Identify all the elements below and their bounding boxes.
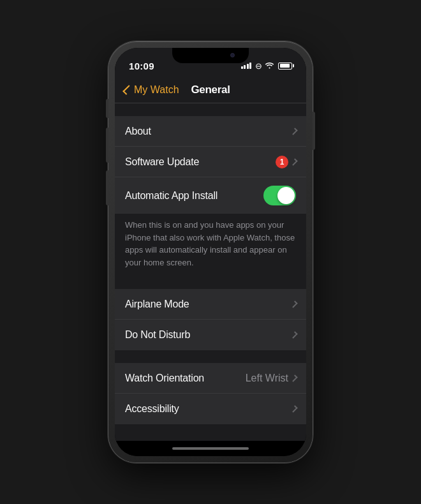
automatic-app-install-footer: When this is on and you have apps on you…: [115, 214, 306, 276]
toggle-knob: [277, 187, 295, 204]
do-not-disturb-label: Do Not Disturb: [125, 329, 292, 341]
automatic-app-install-toggle[interactable]: [263, 186, 296, 205]
software-update-badge: 1: [276, 156, 288, 168]
back-button[interactable]: My Watch: [125, 84, 182, 96]
status-icons: ⊖: [241, 61, 292, 71]
battery-icon: [278, 63, 292, 70]
volume-down-button: [106, 170, 108, 205]
section-gap-bottom: [115, 424, 306, 437]
status-time: 10:09: [129, 61, 154, 71]
about-row[interactable]: About: [115, 116, 306, 147]
accessibility-label: Accessibility: [125, 403, 292, 415]
accessibility-row[interactable]: Accessibility: [115, 394, 306, 424]
section-group-2: Airplane Mode Do Not Disturb: [115, 289, 306, 350]
section-group-3: Watch Orientation Left Wrist Accessibili…: [115, 363, 306, 424]
software-update-row[interactable]: Software Update 1: [115, 147, 306, 177]
airplane-mode-row[interactable]: Airplane Mode: [115, 289, 306, 320]
do-not-disturb-row[interactable]: Do Not Disturb: [115, 320, 306, 350]
scroll-content[interactable]: About Software Update 1 Automatic App In…: [115, 103, 306, 441]
signal-icon: [241, 63, 252, 69]
watch-orientation-row[interactable]: Watch Orientation Left Wrist: [115, 363, 306, 394]
navigation-bar: My Watch General: [115, 76, 306, 103]
page-title: General: [182, 84, 239, 96]
section-group-1: About Software Update 1 Automatic App In…: [115, 116, 306, 214]
camera-dot: [230, 53, 235, 57]
chevron-left-icon: [122, 85, 133, 95]
home-bar: [172, 447, 249, 450]
software-update-label: Software Update: [125, 156, 276, 168]
watch-orientation-chevron-icon: [290, 374, 297, 382]
phone-frame: 10:09 ⊖: [108, 41, 313, 463]
volume-up-button: [106, 128, 108, 163]
home-indicator: [115, 441, 306, 456]
watch-orientation-label: Watch Orientation: [125, 373, 246, 384]
section-gap-1: [115, 103, 306, 116]
automatic-app-install-row[interactable]: Automatic App Install: [115, 177, 306, 214]
back-label: My Watch: [134, 84, 179, 96]
notch: [172, 48, 249, 63]
section-gap-3: [115, 350, 306, 363]
wifi-icon: ⊖: [255, 61, 274, 71]
software-update-chevron-icon: [290, 158, 297, 165]
power-button: [313, 112, 315, 150]
section-gap-2: [115, 276, 306, 289]
automatic-app-install-label: Automatic App Install: [125, 190, 263, 202]
phone-screen: 10:09 ⊖: [115, 48, 306, 456]
about-label: About: [125, 126, 292, 137]
mute-button: [106, 99, 108, 118]
watch-orientation-value: Left Wrist: [246, 373, 288, 384]
airplane-mode-label: Airplane Mode: [125, 299, 292, 310]
